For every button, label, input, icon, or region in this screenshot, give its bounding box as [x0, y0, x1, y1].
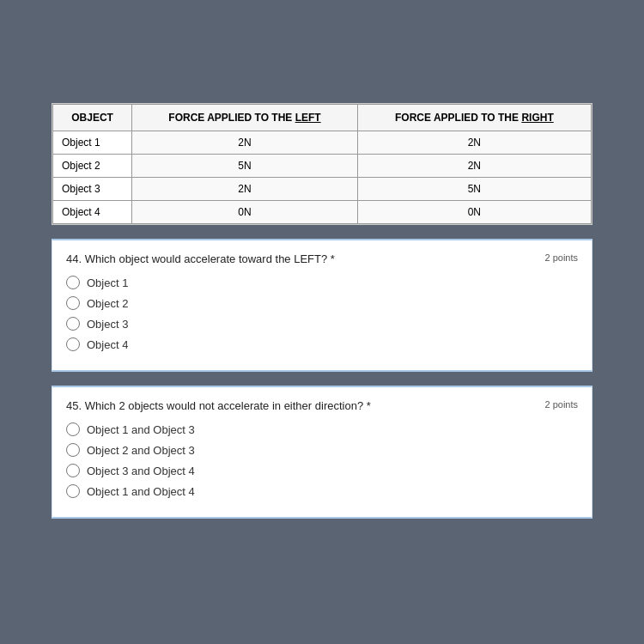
question-45-card: 45. Which 2 objects would not accelerate…: [52, 386, 592, 519]
question-44-card: 44. Which object would accelerate toward…: [52, 239, 592, 372]
table-cell-1-0: Object 2: [53, 155, 132, 178]
question-45-text: 45. Which 2 objects would not accelerate…: [66, 399, 371, 412]
data-table: OBJECT FORCE APPLIED TO THE LEFT FORCE A…: [52, 103, 592, 225]
question-44-options: Object 1Object 2Object 3Object 4: [66, 276, 578, 351]
table-cell-2-2: 5N: [357, 178, 591, 201]
q44-radio-0[interactable]: [66, 276, 80, 289]
table-row: Object 32N5N: [53, 178, 592, 201]
table-cell-1-2: 2N: [357, 155, 591, 178]
q45-option-label-2: Object 3 and Object 4: [87, 465, 195, 477]
q44-option-label-3: Object 4: [87, 338, 128, 351]
option-row[interactable]: Object 2 and Object 3: [66, 443, 578, 457]
question-45-points: 2 points: [544, 399, 578, 410]
q45-option-label-1: Object 2 and Object 3: [87, 444, 195, 457]
table-row: Object 25N2N: [53, 155, 592, 178]
option-row[interactable]: Object 2: [66, 296, 578, 310]
q45-radio-1[interactable]: [66, 443, 80, 457]
table-cell-0-1: 2N: [132, 131, 358, 155]
table-cell-3-1: 0N: [132, 201, 358, 224]
col-header-right: FORCE APPLIED TO THE RIGHT: [357, 105, 591, 131]
table-cell-0-0: Object 1: [53, 131, 132, 155]
option-row[interactable]: Object 3: [66, 317, 578, 331]
q45-option-label-3: Object 1 and Object 4: [87, 485, 195, 498]
table-cell-2-1: 2N: [132, 178, 358, 201]
q44-option-label-2: Object 3: [87, 318, 128, 331]
table-cell-0-2: 2N: [357, 131, 591, 155]
q44-option-label-1: Object 2: [87, 297, 128, 310]
question-44-text: 44. Which object would accelerate toward…: [66, 252, 335, 265]
q45-radio-2[interactable]: [66, 464, 80, 477]
col-header-left: FORCE APPLIED TO THE LEFT: [132, 105, 358, 131]
q44-radio-2[interactable]: [66, 317, 80, 331]
q45-radio-0[interactable]: [66, 422, 80, 436]
option-row[interactable]: Object 1 and Object 4: [66, 484, 578, 498]
table-cell-3-2: 0N: [357, 201, 591, 224]
q44-option-label-0: Object 1: [87, 276, 128, 289]
col-header-object: OBJECT: [53, 105, 132, 131]
table-cell-3-0: Object 4: [53, 201, 132, 224]
q44-radio-1[interactable]: [66, 296, 80, 310]
option-row[interactable]: Object 1: [66, 276, 578, 289]
q45-radio-3[interactable]: [66, 484, 80, 498]
question-45-options: Object 1 and Object 3Object 2 and Object…: [66, 422, 578, 498]
table-row: Object 40N0N: [53, 201, 592, 224]
option-row[interactable]: Object 3 and Object 4: [66, 464, 578, 477]
question-44-points: 2 points: [544, 252, 578, 263]
option-row[interactable]: Object 4: [66, 337, 578, 351]
option-row[interactable]: Object 1 and Object 3: [66, 422, 578, 436]
table-cell-1-1: 5N: [132, 155, 358, 178]
q44-radio-3[interactable]: [66, 337, 80, 351]
table-row: Object 12N2N: [53, 131, 592, 155]
q45-option-label-0: Object 1 and Object 3: [87, 423, 195, 436]
table-cell-2-0: Object 3: [53, 178, 132, 201]
